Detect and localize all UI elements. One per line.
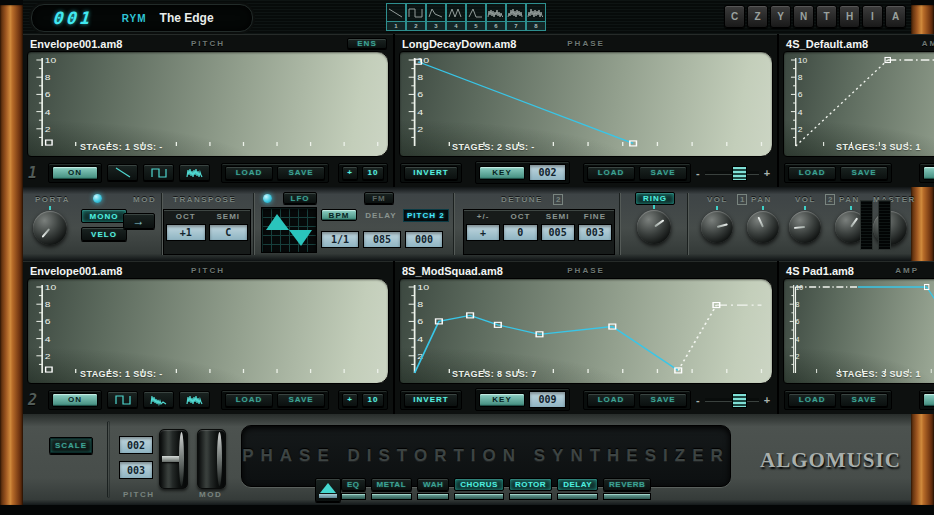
fx-delay-button[interactable]: DELAY [557,478,598,491]
key-button[interactable]: KEY [479,166,525,180]
envelope-file-name[interactable]: Envelope001.am8 [30,265,122,277]
preset-name[interactable]: The Edge [160,11,214,25]
envelope-display[interactable]: 108642 STAGES: 1 SUS: - [27,278,389,384]
wave-button-8[interactable]: 8 [526,3,546,31]
load-button[interactable]: LOAD [788,166,836,180]
wave-button-2[interactable]: 2 [406,3,426,31]
wave-button-6[interactable]: 6 [486,3,506,31]
env-on-button[interactable]: ON [52,166,98,180]
slider-track[interactable] [705,171,759,174]
range-plus-button[interactable]: + [342,393,358,407]
invert-button[interactable]: INVERT [404,393,458,407]
fx-metal-button[interactable]: METAL [371,478,412,491]
key-value-display[interactable]: 009 [529,391,566,408]
slider-track[interactable] [705,398,759,401]
brand-key[interactable]: A [885,5,906,28]
velo-button[interactable]: VELO [81,227,127,241]
fx-rotor-button[interactable]: ROTOR [509,478,552,491]
load-button[interactable]: LOAD [587,393,635,407]
brand-key[interactable]: C [724,5,745,28]
noise-decay-wave-button[interactable] [143,391,174,408]
mod-route-arrow-button[interactable]: → [123,213,155,229]
noise-wave-button[interactable] [179,391,210,408]
lfo-dest-header[interactable]: PITCH 2 [403,209,449,222]
fx-chorus-button[interactable]: CHORUS [454,478,504,491]
brand-key[interactable]: Z [747,5,768,28]
wave-button-5[interactable]: 5 [466,3,486,31]
detune-sign-value[interactable]: + [466,224,500,241]
scale-button[interactable]: SCALE [49,437,93,454]
detune-semi-value[interactable]: 005 [541,224,575,241]
brand-key[interactable]: N [793,5,814,28]
envelope-file-name[interactable]: Envelope001.am8 [30,38,122,50]
mono-button[interactable]: MONO [81,209,127,223]
load-button[interactable]: LOAD [587,166,635,180]
wave-button-4[interactable]: 4 [446,3,466,31]
slider-handle[interactable] [732,393,747,408]
save-button[interactable]: SAVE [840,393,888,407]
env-zoom-slider[interactable]: - + [696,167,770,179]
brand-key[interactable]: Y [770,5,791,28]
key-value-display[interactable]: 002 [529,164,566,181]
square-wave-button[interactable] [107,391,138,408]
preset-lcd-display[interactable]: 001 RYM The Edge [31,4,253,32]
vol1-knob[interactable] [701,211,733,243]
fx-page-up-button[interactable] [315,478,341,502]
fm-button[interactable]: FM [364,192,394,204]
envelope-display[interactable]: 108642 STAGES: 8 SUS: 7 [399,278,773,384]
load-button[interactable]: LOAD [788,393,836,407]
wave-button-1[interactable]: 1 [386,3,406,31]
pan1-knob[interactable] [747,211,779,243]
transpose-semi-value[interactable]: C [209,224,249,241]
slider-handle[interactable] [732,166,747,181]
env-zoom-slider[interactable]: - + [696,394,770,406]
fx-eq-button[interactable]: EQ [341,478,366,491]
save-button[interactable]: SAVE [840,166,888,180]
envelope-file-name[interactable]: 4S Pad1.am8 [786,265,854,277]
envelope-display[interactable]: 108642 STAGES: 1 SUS: - [27,51,389,157]
bpm-sync-button[interactable]: BPM [321,209,357,221]
ring-mod-button[interactable]: RING [635,192,675,205]
range-value-button[interactable]: 10 [362,166,384,180]
ring-knob[interactable] [637,210,671,244]
envelope-file-name[interactable]: 8S_ModSquad.am8 [402,265,503,277]
ens-button[interactable]: ENS [347,38,387,49]
lfo-amount-value[interactable]: 000 [405,231,443,248]
noise-wave-button[interactable] [179,164,210,181]
envelope-display[interactable]: 108642 STAGES: 2 SUS: - [399,51,773,157]
save-button[interactable]: SAVE [277,166,325,180]
envelope-display[interactable]: 108642 STAGES: 3 SUS: 1 [783,51,934,157]
detune-oct-value[interactable]: 0 [503,224,537,241]
exp-button[interactable]: EXP [923,393,934,407]
wave-button-7[interactable]: 7 [506,3,526,31]
save-button[interactable]: SAVE [277,393,325,407]
pitch-bend-value[interactable]: 002 [119,436,153,454]
vol2-knob[interactable] [789,211,821,243]
pitch-wheel[interactable] [159,429,188,489]
range-value-button[interactable]: 10 [362,393,384,407]
envelope-file-name[interactable]: 4S_Default.am8 [786,38,868,50]
range-plus-button[interactable]: + [342,166,358,180]
invert-button[interactable]: INVERT [404,166,458,180]
fx-wah-button[interactable]: WAH [417,478,449,491]
lfo-button[interactable]: LFO [283,192,317,204]
brand-key[interactable]: T [816,5,837,28]
mod-wheel[interactable] [197,429,226,489]
brand-key[interactable]: I [862,5,883,28]
saw-wave-button[interactable] [107,164,138,181]
transpose-oct-value[interactable]: +1 [166,224,206,241]
detune-fine-value[interactable]: 003 [578,224,612,241]
save-button[interactable]: SAVE [639,166,687,180]
load-button[interactable]: LOAD [225,393,273,407]
envelope-display[interactable]: 108642 STAGES: 3 SUS: 1 [783,278,934,384]
brand-key[interactable]: H [839,5,860,28]
save-button[interactable]: SAVE [639,393,687,407]
lfo-delay-value[interactable]: 085 [363,231,401,248]
key-button[interactable]: KEY [479,393,525,407]
exp-button[interactable]: EXP [923,166,934,180]
wave-button-3[interactable]: 3 [426,3,446,31]
square-wave-button[interactable] [143,164,174,181]
porta-knob[interactable] [33,211,67,245]
fx-reverb-button[interactable]: REVERB [603,478,651,491]
envelope-file-name[interactable]: LongDecayDown.am8 [402,38,516,50]
